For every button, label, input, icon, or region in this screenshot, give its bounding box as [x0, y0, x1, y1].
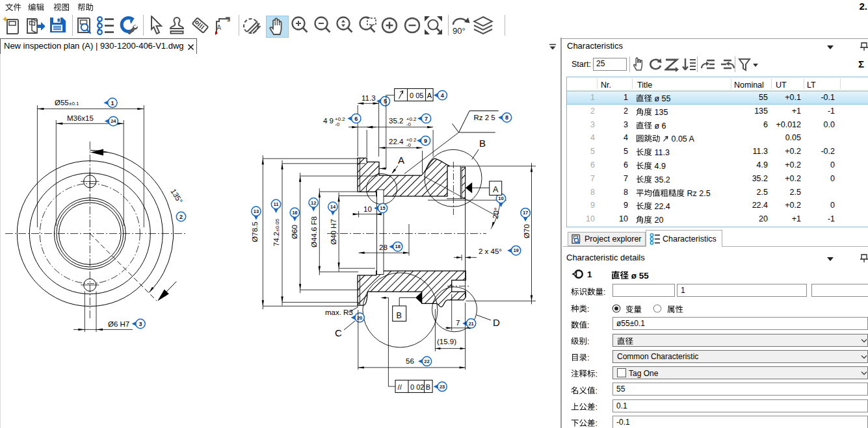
svg-text:11: 11	[274, 201, 279, 207]
svg-text:7: 7	[425, 116, 428, 122]
svg-text:8: 8	[505, 114, 508, 121]
svg-text:Ø60: Ø60	[291, 225, 298, 239]
svg-text:-0: -0	[335, 121, 340, 127]
svg-text:12: 12	[311, 200, 316, 206]
svg-text:(15.9): (15.9)	[437, 338, 456, 346]
svg-text:A: A	[493, 185, 499, 194]
svg-text:28: 28	[379, 244, 388, 251]
svg-text:20°: 20°	[492, 207, 501, 220]
svg-text:-0: -0	[406, 121, 412, 127]
svg-text:56: 56	[406, 357, 414, 365]
svg-text:10: 10	[498, 195, 503, 201]
svg-text:18: 18	[395, 244, 401, 249]
svg-text:21: 21	[468, 321, 473, 327]
svg-text:13: 13	[254, 208, 259, 214]
svg-text:16: 16	[292, 210, 297, 216]
svg-text:74.2±0.05: 74.2±0.05	[272, 218, 280, 246]
svg-text:-0: -0	[406, 142, 412, 148]
svg-text:7: 7	[456, 319, 460, 327]
svg-text:15: 15	[380, 205, 385, 211]
svg-text:D: D	[493, 317, 500, 328]
svg-text:11.3: 11.3	[362, 94, 376, 102]
svg-text:4 9: 4 9	[323, 117, 334, 125]
svg-text:A: A	[398, 155, 404, 166]
svg-text:C: C	[335, 327, 342, 338]
svg-text:B: B	[397, 311, 402, 320]
svg-text:A: A	[427, 92, 432, 99]
svg-text:14: 14	[330, 204, 336, 210]
svg-text:9: 9	[424, 138, 427, 144]
svg-text:0 05: 0 05	[410, 92, 423, 99]
svg-text:17: 17	[523, 210, 528, 216]
svg-text:Ø70: Ø70	[523, 224, 531, 238]
svg-text:22.4: 22.4	[389, 138, 404, 145]
svg-text:Ø78.5: Ø78.5	[251, 221, 259, 242]
svg-text:A: A	[217, 24, 222, 31]
svg-text:22: 22	[424, 359, 429, 364]
svg-text:1: 1	[227, 16, 230, 23]
svg-text:35.2: 35.2	[389, 117, 403, 125]
svg-text:Ø40 H7: Ø40 H7	[330, 219, 337, 245]
svg-text:Ø44.6 F8: Ø44.6 F8	[310, 216, 318, 247]
svg-text:90°: 90°	[453, 26, 466, 36]
svg-text:23: 23	[440, 384, 445, 390]
svg-text:19: 19	[513, 247, 518, 253]
svg-text:Rz 2 5: Rz 2 5	[474, 114, 495, 121]
svg-text:20: 20	[357, 315, 362, 321]
svg-text://: //	[398, 383, 402, 391]
svg-text:2 x 45°: 2 x 45°	[479, 247, 502, 255]
svg-text:0 02: 0 02	[410, 383, 424, 391]
svg-text:B: B	[426, 383, 430, 391]
svg-text:6: 6	[354, 116, 358, 122]
svg-text:4: 4	[441, 92, 444, 99]
svg-text:B: B	[479, 138, 486, 149]
svg-text:10: 10	[363, 205, 372, 213]
